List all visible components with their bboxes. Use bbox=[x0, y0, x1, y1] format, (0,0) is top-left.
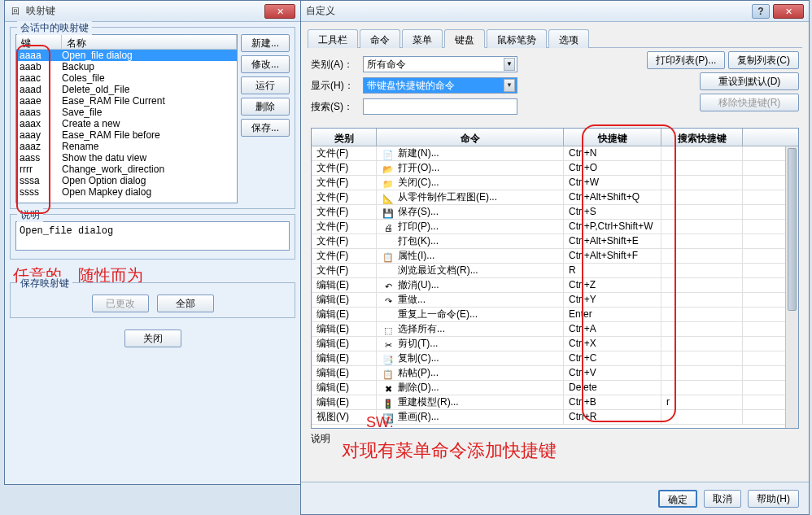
search-cell bbox=[661, 351, 743, 365]
list-item[interactable]: aaacColes_file bbox=[16, 72, 237, 84]
key-cell: aaas bbox=[16, 107, 62, 118]
close-button[interactable]: ✕ bbox=[264, 4, 295, 19]
cmd-cell: 📄新建(N)... bbox=[377, 146, 564, 160]
scrollbar[interactable] bbox=[785, 146, 798, 428]
table-row[interactable]: 文件(F)📂打开(O)...Ctrl+O bbox=[312, 161, 798, 176]
table-row[interactable]: 文件(F)浏览最近文档(R)...R bbox=[312, 264, 798, 278]
save-button[interactable]: 保存... bbox=[241, 119, 290, 137]
key-cell: aaac bbox=[16, 72, 62, 84]
name-cell: Delete_old_File bbox=[62, 84, 237, 95]
table-row[interactable]: 编辑(E)重复上一命令(E)...Enter bbox=[312, 308, 798, 322]
cat-cell: 文件(F) bbox=[312, 220, 377, 233]
scrollbar-thumb[interactable] bbox=[788, 148, 797, 311]
list-item[interactable]: rrrrChange_work_direction bbox=[16, 164, 237, 175]
delete-button[interactable]: 删除 bbox=[241, 98, 290, 116]
run-button[interactable]: 运行 bbox=[241, 76, 290, 94]
show-combo[interactable]: 带键盘快捷键的命令 ▼ bbox=[363, 77, 517, 94]
list-item[interactable]: aassShow the datu view bbox=[16, 152, 237, 164]
mapkey-window: 回 映射键 ✕ 会话中的映射键 键 名称 aaaaOpen_file dialo… bbox=[4, 0, 301, 485]
changed-button[interactable]: 已更改 bbox=[92, 295, 149, 312]
list-item[interactable]: aaaaOpen_file dialog bbox=[16, 50, 237, 61]
list-item[interactable]: sssaOpen Option dialog bbox=[16, 175, 237, 186]
window-title: 自定义 bbox=[306, 4, 752, 18]
shortcut-grid[interactable]: 类别 命令 快捷键 搜索快捷键 文件(F)📄新建(N)...Ctrl+N文件(F… bbox=[311, 128, 799, 429]
cancel-button[interactable]: 取消 bbox=[704, 490, 741, 508]
all-button[interactable]: 全部 bbox=[157, 295, 214, 312]
table-row[interactable]: 编辑(E)↷重做...Ctrl+Y bbox=[312, 293, 798, 308]
group-title: 保存映射键 bbox=[17, 277, 72, 290]
table-row[interactable]: 文件(F)📋属性(I)...Ctrl+Alt+Shift+F bbox=[312, 249, 798, 264]
cmd-cell: ✖删除(D)... bbox=[377, 381, 564, 395]
help-button[interactable]: ? bbox=[752, 4, 770, 19]
tab-bar: 工具栏命令菜单键盘鼠标笔势选项 bbox=[308, 28, 802, 48]
table-row[interactable]: 编辑(E)⬚选择所有...Ctrl+A bbox=[312, 322, 798, 337]
save-mapkeys-group: 保存映射键 已更改 全部 bbox=[10, 282, 295, 318]
col-search-shortcut: 搜索快捷键 bbox=[661, 129, 743, 146]
key-cell: Ctrl+V bbox=[564, 366, 661, 380]
list-header: 键 名称 bbox=[16, 35, 237, 50]
cmd-cell: 💾保存(S)... bbox=[377, 205, 564, 219]
close-button[interactable]: ✕ bbox=[773, 4, 804, 19]
cat-cell: 文件(F) bbox=[312, 249, 377, 263]
table-row[interactable]: 编辑(E)🚦重建模型(R)...Ctrl+Br bbox=[312, 395, 798, 410]
table-row[interactable]: 文件(F)打包(K)...Ctrl+Alt+Shift+E bbox=[312, 234, 798, 249]
cmd-cell: 🔄重画(R)... bbox=[377, 410, 564, 424]
table-row[interactable]: 编辑(E)↶撤消(U)...Ctrl+Z bbox=[312, 278, 798, 293]
list-item[interactable]: aaaeEase_RAM File Current bbox=[16, 95, 237, 107]
list-item[interactable]: aaabBackup bbox=[16, 61, 237, 72]
key-cell: sssa bbox=[16, 175, 62, 186]
close-button[interactable]: 关闭 bbox=[124, 330, 181, 347]
search-input[interactable] bbox=[363, 98, 517, 115]
help-button[interactable]: 帮助(H) bbox=[748, 490, 799, 508]
ok-button[interactable]: 确定 bbox=[658, 490, 697, 508]
window-icon: 回 bbox=[10, 6, 21, 17]
tab-选项[interactable]: 选项 bbox=[548, 29, 589, 48]
tab-工具栏[interactable]: 工具栏 bbox=[308, 29, 358, 48]
tab-鼠标笔势[interactable]: 鼠标笔势 bbox=[487, 29, 547, 48]
list-item[interactable]: aaayEase_RAM File before bbox=[16, 129, 237, 141]
edit-button[interactable]: 修改... bbox=[241, 55, 290, 73]
table-row[interactable]: 编辑(E)✖删除(D)...Delete bbox=[312, 381, 798, 395]
reset-defaults-button[interactable]: 重设到默认(D) bbox=[700, 72, 799, 90]
titlebar-right: 自定义 ? ✕ bbox=[301, 1, 809, 22]
annotation-text: 对现有菜单命令添加快捷键 bbox=[342, 439, 557, 463]
table-row[interactable]: 编辑(E)📑复制(C)...Ctrl+C bbox=[312, 351, 798, 366]
copy-list-button[interactable]: 复制列表(C) bbox=[728, 51, 799, 69]
mapkey-list[interactable]: 键 名称 aaaaOpen_file dialogaaabBackupaaacC… bbox=[15, 34, 238, 203]
tab-菜单[interactable]: 菜单 bbox=[402, 29, 443, 48]
list-item[interactable]: aaazRename bbox=[16, 141, 237, 152]
description-text: Open_file dialog bbox=[15, 221, 290, 251]
print-list-button[interactable]: 打印列表(P)... bbox=[647, 51, 725, 69]
cmd-cell: 📑复制(C)... bbox=[377, 351, 564, 365]
search-cell bbox=[661, 190, 743, 204]
tab-键盘[interactable]: 键盘 bbox=[444, 29, 485, 48]
cmd-icon: 📋 bbox=[382, 368, 395, 379]
table-row[interactable]: 文件(F)📁关闭(C)...Ctrl+W bbox=[312, 176, 798, 190]
cat-cell: 编辑(E) bbox=[312, 278, 377, 292]
cmd-icon: ✖ bbox=[382, 382, 395, 394]
category-combo[interactable]: 所有命令 ▼ bbox=[363, 56, 517, 72]
key-cell: Ctrl+A bbox=[564, 322, 661, 336]
tab-命令[interactable]: 命令 bbox=[360, 29, 400, 48]
table-row[interactable]: 文件(F)📄新建(N)...Ctrl+N bbox=[312, 146, 798, 161]
name-cell: Coles_file bbox=[62, 72, 237, 84]
list-item[interactable]: aaaxCreate a new bbox=[16, 118, 237, 129]
list-item[interactable]: aaasSave_file bbox=[16, 107, 237, 118]
remove-shortcut-button[interactable]: 移除快捷键(R) bbox=[700, 94, 799, 111]
list-item[interactable]: aaadDelete_old_File bbox=[16, 84, 237, 95]
list-item[interactable]: ssssOpen Mapkey dialog bbox=[16, 186, 237, 198]
table-row[interactable]: 编辑(E)📋粘帖(P)...Ctrl+V bbox=[312, 366, 798, 381]
table-row[interactable]: 编辑(E)✂剪切(T)...Ctrl+X bbox=[312, 337, 798, 351]
search-cell bbox=[661, 205, 743, 219]
cat-cell: 文件(F) bbox=[312, 234, 377, 248]
new-button[interactable]: 新建... bbox=[241, 34, 290, 52]
grid-header: 类别 命令 快捷键 搜索快捷键 bbox=[312, 129, 798, 146]
cmd-cell: 打包(K)... bbox=[377, 234, 564, 248]
cmd-icon: 📄 bbox=[382, 148, 395, 159]
table-row[interactable]: 文件(F)💾保存(S)...Ctrl+S bbox=[312, 205, 798, 220]
table-row[interactable]: 文件(F)📐从零件制作工程图(E)...Ctrl+Alt+Shift+Q bbox=[312, 190, 798, 205]
annotation-sw: SW: bbox=[366, 414, 394, 431]
table-row[interactable]: 文件(F)🖨打印(P)...Ctrl+P,Ctrl+Shift+W bbox=[312, 220, 798, 234]
cat-cell: 编辑(E) bbox=[312, 337, 377, 351]
cmd-cell: ↶撤消(U)... bbox=[377, 278, 564, 292]
